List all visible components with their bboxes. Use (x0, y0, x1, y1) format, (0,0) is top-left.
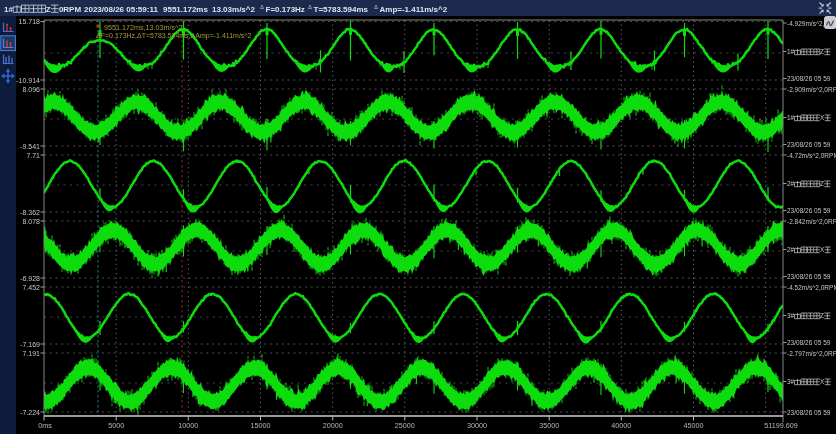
svg-text:X: X (820, 114, 825, 121)
svg-text:7.452: 7.452 (22, 284, 40, 291)
svg-text:-6.928: -6.928 (20, 275, 40, 282)
svg-text:13.03m/s^2: 13.03m/s^2 (212, 5, 255, 14)
svg-text:0RPM: 0RPM (59, 5, 82, 14)
svg-text:Z: Z (820, 48, 824, 55)
svg-text:Δ: Δ (374, 4, 378, 10)
svg-text:23/08/26 05 59: 23/08/26 05 59 (787, 273, 831, 280)
svg-text:1#: 1# (787, 114, 795, 121)
svg-text:51199.609: 51199.609 (764, 421, 797, 430)
svg-text:Z: Z (46, 5, 51, 14)
svg-text:5000: 5000 (108, 421, 124, 430)
svg-text:-2.797m/s^2,0RPM: -2.797m/s^2,0RPM (787, 350, 836, 357)
svg-text:-8.362: -8.362 (20, 209, 40, 216)
svg-text:7.71: 7.71 (26, 152, 40, 159)
svg-text:25000: 25000 (395, 421, 415, 430)
svg-text:10000: 10000 (178, 421, 198, 430)
svg-text:35000: 35000 (539, 421, 559, 430)
svg-text:-7.224: -7.224 (20, 409, 40, 416)
svg-text:Z: Z (820, 180, 824, 187)
svg-text:2#: 2# (787, 246, 795, 253)
svg-text:0ms: 0ms (38, 421, 52, 430)
svg-text:15.718: 15.718 (19, 18, 41, 25)
svg-text:-4.52m/s^2,0RPM: -4.52m/s^2,0RPM (787, 284, 836, 291)
svg-text:15000: 15000 (251, 421, 271, 430)
svg-text:45000: 45000 (684, 421, 704, 430)
svg-text:3#: 3# (787, 378, 795, 385)
svg-text:23/08/26 05 59: 23/08/26 05 59 (787, 75, 831, 82)
svg-text:9551.172ms: 9551.172ms (163, 5, 208, 14)
svg-text:-10.914: -10.914 (16, 77, 40, 84)
svg-text:Z: Z (820, 312, 824, 319)
svg-text:30000: 30000 (467, 421, 487, 430)
svg-text:Amp=-1.411m/s^2: Amp=-1.411m/s^2 (380, 5, 448, 14)
svg-text:3#: 3# (787, 312, 795, 319)
svg-text:X: X (820, 246, 825, 253)
svg-text:7.191: 7.191 (22, 350, 40, 357)
svg-text:F=0.173Hz: F=0.173Hz (266, 5, 305, 14)
svg-text:-7.169: -7.169 (20, 341, 40, 348)
svg-text:-2.842m/s^2,0RPM: -2.842m/s^2,0RPM (787, 218, 836, 225)
svg-text:20000: 20000 (323, 421, 343, 430)
svg-text:-4.72m/s^2,0RPM: -4.72m/s^2,0RPM (787, 152, 836, 159)
svg-text:T=5783.594ms: T=5783.594ms (314, 5, 369, 14)
svg-text:1#: 1# (4, 5, 13, 14)
svg-text:8.078: 8.078 (22, 218, 40, 225)
svg-text:8.096: 8.096 (22, 86, 40, 93)
svg-text:Δ: Δ (308, 4, 312, 10)
svg-text:Δ: Δ (260, 4, 264, 10)
svg-text:X: X (820, 378, 825, 385)
svg-text:ΔF=0.173Hz,ΔT=5783.594ms,ΔAmp=: ΔF=0.173Hz,ΔT=5783.594ms,ΔAmp=-1.411m/s^… (96, 32, 252, 40)
svg-text:40000: 40000 (611, 421, 631, 430)
svg-text:23/08/26 05 59: 23/08/26 05 59 (787, 409, 831, 416)
svg-text:23/08/26 05 59: 23/08/26 05 59 (787, 339, 831, 346)
svg-text:2#: 2# (787, 180, 795, 187)
svg-text:9551.172ms,13.03m/s^2: 9551.172ms,13.03m/s^2 (104, 23, 183, 32)
svg-text:23/08/26 05 59: 23/08/26 05 59 (787, 207, 831, 214)
svg-text:-2.909m/s^2,0RPM: -2.909m/s^2,0RPM (787, 86, 836, 93)
svg-text:1#: 1# (787, 48, 795, 55)
svg-text:-9.541: -9.541 (20, 143, 40, 150)
svg-text:2023/08/26 05:59:11: 2023/08/26 05:59:11 (84, 5, 158, 14)
svg-text:23/08/26 05 59: 23/08/26 05 59 (787, 141, 831, 148)
